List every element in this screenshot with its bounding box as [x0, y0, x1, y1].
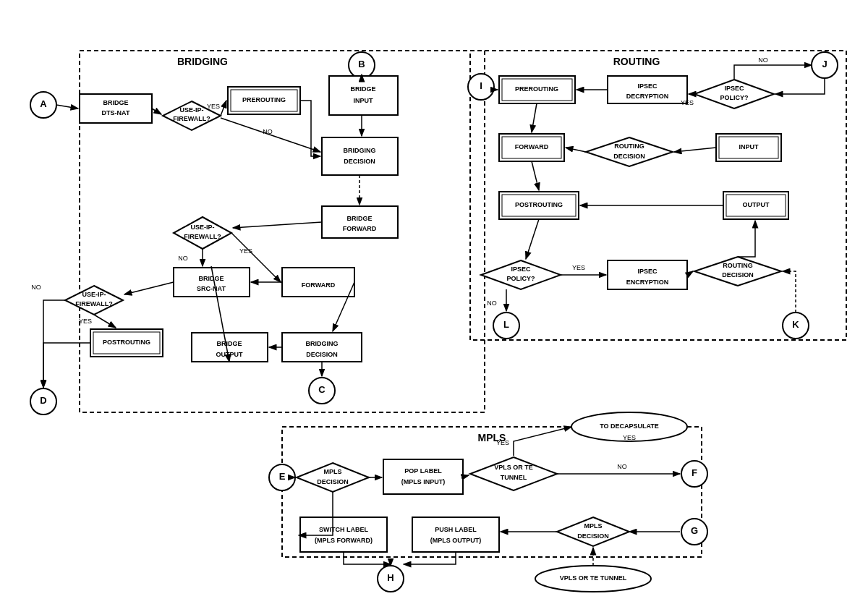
- svg-text:VPLS OR TE TUNNEL: VPLS OR TE TUNNEL: [560, 574, 627, 582]
- svg-text:OUTPUT: OUTPUT: [743, 201, 770, 208]
- svg-text:USE-IP-: USE-IP-: [82, 291, 106, 298]
- arrow-diamond3-no-to-D: [43, 300, 65, 387]
- svg-text:BRIDGING: BRIDGING: [306, 340, 339, 347]
- node-H-label: H: [387, 572, 393, 583]
- routing-label: ROUTING: [613, 56, 660, 67]
- svg-text:PREROUTING: PREROUTING: [515, 85, 558, 93]
- svg-text:TO DECAPSULATE: TO DECAPSULATE: [600, 422, 659, 430]
- node-K-label: K: [792, 319, 799, 330]
- pop-label: [383, 459, 463, 494]
- svg-text:NO: NO: [758, 56, 768, 64]
- svg-text:FORWARD: FORWARD: [302, 281, 336, 289]
- svg-text:USE-IP-: USE-IP-: [190, 224, 214, 231]
- svg-text:FORWARD: FORWARD: [343, 225, 377, 232]
- arrow-routing-dec1-to-forward: [566, 148, 586, 152]
- arrow-bridge-forward-to-diamond2: [233, 222, 322, 228]
- svg-text:BRIDGE: BRIDGE: [216, 340, 242, 347]
- svg-text:DECISION: DECISION: [577, 532, 609, 540]
- svg-text:SWITCH LABEL: SWITCH LABEL: [319, 526, 368, 533]
- node-E-label: E: [279, 471, 286, 482]
- arrow-A-to-bridge-dts-nat: [56, 105, 78, 109]
- arrow-prerouting-r-to-forward-r: [532, 103, 537, 132]
- arrow-input-to-routing-dec1: [674, 148, 716, 152]
- svg-text:YES: YES: [623, 434, 636, 441]
- svg-text:YES: YES: [681, 99, 694, 106]
- svg-text:POLICY?: POLICY?: [506, 275, 535, 282]
- bridging-label: BRIDGING: [177, 56, 228, 67]
- svg-text:BRIDGING: BRIDGING: [344, 147, 376, 154]
- svg-text:DECISION: DECISION: [317, 478, 349, 485]
- svg-text:DECISION: DECISION: [344, 158, 375, 165]
- arrow-routing-dec2-to-output: [738, 221, 755, 257]
- svg-text:IPSEC: IPSEC: [724, 85, 744, 92]
- svg-text:MPLS: MPLS: [323, 468, 341, 475]
- svg-text:FIREWALL?: FIREWALL?: [173, 115, 210, 122]
- arrow-K-to-routing-dec2: [783, 271, 796, 313]
- push-label: [412, 517, 499, 552]
- arrow-ipsec-enc-to-routing-dec2: [687, 271, 693, 275]
- node-C-label: C: [318, 384, 326, 395]
- svg-text:PUSH LABEL: PUSH LABEL: [435, 526, 477, 533]
- arrow-bridge-dts-nat-to-diamond1: [152, 109, 161, 114]
- arrow-switch-label-to-H: [344, 552, 391, 564]
- svg-text:DECISION: DECISION: [613, 153, 645, 160]
- node-J-label: J: [822, 59, 827, 69]
- arrow-forward-r-to-postrouting-r: [532, 161, 539, 190]
- svg-text:VPLS OR TE: VPLS OR TE: [494, 464, 533, 471]
- svg-text:NO: NO: [263, 128, 273, 135]
- svg-text:MPLS: MPLS: [584, 522, 602, 530]
- svg-text:YES: YES: [207, 103, 220, 110]
- node-I-label: I: [480, 80, 482, 91]
- svg-text:TUNNEL: TUNNEL: [501, 474, 527, 481]
- svg-text:IPSEC: IPSEC: [637, 268, 658, 275]
- svg-text:ENCRYPTION: ENCRYPTION: [626, 279, 669, 286]
- svg-text:DECRYPTION: DECRYPTION: [626, 93, 669, 100]
- svg-text:NO: NO: [487, 299, 497, 307]
- svg-text:YES: YES: [572, 264, 585, 271]
- arrow-pop-label-to-vpls-te1: [463, 475, 469, 477]
- node-A-label: A: [40, 98, 47, 109]
- arrow-diamond3-yes-to-postrouting: [94, 315, 116, 328]
- bridge-input: [329, 76, 398, 115]
- node-D-label: D: [40, 395, 46, 406]
- svg-text:NO: NO: [31, 284, 41, 291]
- routing-decision-1: [586, 137, 673, 166]
- svg-text:IPSEC: IPSEC: [637, 82, 658, 90]
- svg-text:USE-IP-: USE-IP-: [179, 106, 203, 114]
- svg-text:FIREWALL?: FIREWALL?: [184, 233, 221, 240]
- svg-text:PREROUTING: PREROUTING: [242, 96, 286, 103]
- svg-text:(MPLS INPUT): (MPLS INPUT): [401, 478, 446, 485]
- svg-text:ROUTING: ROUTING: [614, 143, 644, 150]
- arrow-J-to-ipsec-policy1: [775, 78, 825, 94]
- svg-text:POSTROUTING: POSTROUTING: [103, 339, 150, 346]
- svg-text:(MPLS OUTPUT): (MPLS OUTPUT): [430, 537, 482, 544]
- svg-text:POLICY?: POLICY?: [720, 94, 748, 101]
- svg-text:POSTROUTING: POSTROUTING: [515, 201, 563, 208]
- svg-text:FORWARD: FORWARD: [515, 143, 549, 150]
- bridge-dts-nat: [80, 94, 152, 123]
- svg-text:YES: YES: [496, 439, 509, 446]
- svg-text:OUTPUT: OUTPUT: [216, 351, 244, 358]
- svg-text:DTS-NAT: DTS-NAT: [102, 109, 130, 116]
- svg-text:NO: NO: [178, 255, 188, 262]
- arrow-diamond1-yes-to-prerouting: [221, 101, 226, 116]
- bridge-dts-nat-text: BRIDGE: [103, 99, 128, 106]
- arrow-src-nat-to-diamond3: [124, 282, 174, 294]
- node-L-label: L: [503, 319, 509, 330]
- svg-text:ROUTING: ROUTING: [723, 262, 753, 269]
- arrow-ipsec-policy1-no-to-J: [734, 65, 812, 80]
- svg-text:INPUT: INPUT: [354, 97, 374, 104]
- svg-text:(MPLS FORWARD): (MPLS FORWARD): [315, 537, 373, 544]
- arrow-vpls-te1-yes-to-decap: [514, 427, 571, 456]
- svg-text:BRIDGE: BRIDGE: [346, 215, 372, 222]
- node-G-label: G: [691, 525, 698, 536]
- node-B-label: B: [358, 59, 365, 69]
- mpls-decision-2: [557, 517, 629, 546]
- diagram-container: BRIDGING A BRIDGE DTS-NAT USE-IP- FIREWA…: [0, 0, 868, 612]
- svg-text:POP LABEL: POP LABEL: [404, 467, 442, 475]
- svg-text:DECISION: DECISION: [306, 351, 338, 358]
- svg-text:IPSEC: IPSEC: [511, 265, 531, 273]
- svg-text:DECISION: DECISION: [722, 271, 754, 279]
- svg-text:SRC-NAT: SRC-NAT: [197, 285, 226, 292]
- svg-text:FIREWALL?: FIREWALL?: [75, 300, 113, 307]
